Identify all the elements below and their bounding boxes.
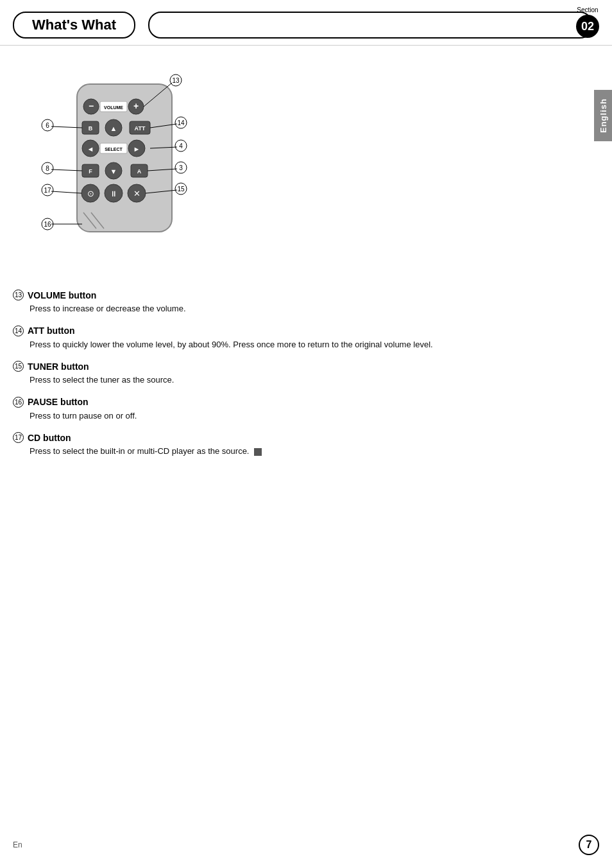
desc-item-15: 15 TUNER button Press to select the tune… (13, 361, 599, 386)
top-section: − VOLUME + B ▲ ATT ◄ (0, 46, 612, 283)
desc-text-17: Press to select the built-in or multi-CD… (13, 445, 599, 458)
svg-text:8: 8 (46, 165, 49, 172)
desc-title-16: PAUSE button (28, 397, 89, 407)
svg-text:▲: ▲ (110, 125, 117, 132)
svg-text:16: 16 (44, 221, 51, 228)
diagram-column: − VOLUME + B ▲ ATT ◄ (13, 52, 257, 277)
svg-text:15: 15 (177, 186, 185, 193)
desc-item-14: 14 ATT button Press to quickly lower the… (13, 326, 599, 351)
svg-text:F: F (89, 168, 92, 175)
svg-text:✕: ✕ (133, 189, 140, 198)
svg-text:⏸: ⏸ (110, 189, 117, 198)
svg-text:6: 6 (46, 122, 49, 129)
desc-num-16: 16 (13, 397, 24, 408)
remote-diagram: − VOLUME + B ▲ ATT ◄ (13, 65, 231, 277)
page-title: What's What (13, 12, 135, 39)
stop-icon (254, 448, 262, 456)
svg-text:►: ► (133, 145, 140, 153)
descriptions-area: 13 VOLUME button Press to increase or de… (0, 283, 612, 507)
desc-text-13: Press to increase or decrease the volume… (13, 302, 599, 315)
page-number: 7 (579, 835, 599, 855)
desc-num-13: 13 (13, 290, 24, 300)
desc-num-17: 17 (13, 432, 24, 443)
desc-item-header-17: 17 CD button (13, 432, 599, 443)
footer-en-label: En (13, 840, 22, 849)
svg-text:SELECT: SELECT (105, 147, 123, 152)
page-header: What's What Section 02 (0, 0, 612, 46)
desc-title-13: VOLUME button (28, 290, 96, 300)
desc-item-13: 13 VOLUME button Press to increase or de… (13, 290, 599, 315)
desc-text-16: Press to turn pause on or off. (13, 410, 599, 422)
desc-title-17: CD button (28, 433, 71, 443)
svg-text:+: + (133, 101, 139, 111)
desc-num-14: 14 (13, 326, 24, 336)
svg-text:VOLUME: VOLUME (104, 105, 123, 110)
desc-num-15: 15 (13, 361, 24, 372)
descriptions-column (257, 52, 599, 277)
section-badge: Section 02 (576, 6, 599, 38)
desc-item-header-14: 14 ATT button (13, 326, 599, 336)
svg-text:◄: ◄ (87, 145, 94, 153)
desc-item-header-16: 16 PAUSE button (13, 397, 599, 408)
svg-text:ATT: ATT (135, 125, 146, 132)
english-sidebar-label: English (594, 90, 612, 141)
svg-text:B: B (89, 125, 93, 132)
svg-text:4: 4 (179, 143, 183, 150)
section-label: Section (577, 6, 598, 13)
page-footer: En 7 (0, 835, 612, 855)
svg-text:13: 13 (172, 77, 180, 84)
svg-text:⊙: ⊙ (87, 189, 94, 198)
desc-item-17: 17 CD button Press to select the built-i… (13, 432, 599, 458)
desc-text-15: Press to select the tuner as the source. (13, 374, 599, 386)
section-number: 02 (576, 15, 599, 38)
svg-text:−: − (89, 101, 94, 111)
desc-title-14: ATT button (28, 326, 75, 336)
desc-item-header-13: 13 VOLUME button (13, 290, 599, 300)
svg-text:14: 14 (177, 119, 185, 126)
desc-item-16: 16 PAUSE button Press to turn pause on o… (13, 397, 599, 422)
svg-text:17: 17 (44, 187, 51, 194)
desc-item-header-15: 15 TUNER button (13, 361, 599, 372)
desc-text-14: Press to quickly lower the volume level,… (13, 338, 599, 351)
desc-title-15: TUNER button (28, 361, 89, 372)
svg-text:▼: ▼ (110, 168, 117, 175)
svg-text:3: 3 (179, 164, 183, 171)
svg-text:A: A (137, 168, 142, 175)
header-middle-decoration (148, 12, 593, 39)
desc-text-17-main: Press to select the built-in or multi-CD… (30, 446, 249, 456)
